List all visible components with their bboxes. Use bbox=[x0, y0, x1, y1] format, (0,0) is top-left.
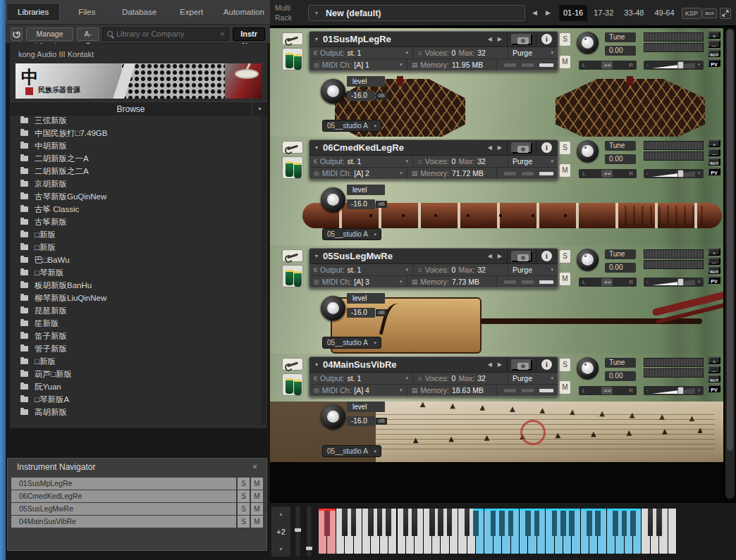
performance-view-button[interactable]: PV bbox=[708, 385, 720, 392]
remove-slot-button[interactable]: × bbox=[708, 139, 720, 147]
midi-channel-select[interactable]: ◎ MIDI Ch: [A] 2 ▾ bbox=[309, 168, 407, 179]
solo-button[interactable]: S bbox=[559, 249, 571, 263]
black-key[interactable] bbox=[368, 509, 374, 536]
tab-database[interactable]: Database bbox=[113, 0, 165, 24]
pan-handle[interactable]: ⊿⊿ bbox=[601, 278, 613, 286]
tune-knob[interactable] bbox=[577, 357, 599, 379]
instrument-icon-button[interactable] bbox=[282, 265, 303, 287]
black-key[interactable] bbox=[499, 509, 505, 536]
chevron-down-icon[interactable]: ▾ bbox=[315, 253, 318, 259]
prev-instrument-icon[interactable]: ◀ bbox=[488, 361, 492, 368]
library-folder[interactable]: 笙新版 bbox=[10, 317, 259, 330]
library-folder[interactable]: 高胡新版 bbox=[10, 406, 259, 418]
mic-position-select[interactable]: 05__studio A ▾ bbox=[322, 337, 381, 349]
tune-value[interactable]: 0.00 bbox=[605, 46, 636, 56]
performance-view-button[interactable]: PV bbox=[708, 168, 720, 175]
remove-slot-button[interactable]: × bbox=[708, 31, 720, 39]
library-folder[interactable]: □新版 bbox=[10, 241, 259, 254]
rack-page-17-32[interactable]: 17-32 bbox=[589, 5, 618, 21]
preset-selector[interactable]: ▾ New (default) bbox=[308, 5, 525, 21]
max-value[interactable]: 32 bbox=[477, 374, 486, 382]
pitch-wheel-handle[interactable] bbox=[295, 528, 301, 532]
transpose-down-icon[interactable]: ▼ bbox=[278, 547, 283, 552]
search-input[interactable] bbox=[116, 30, 216, 38]
navigator-row[interactable]: 04MainSusVibReSM bbox=[11, 516, 263, 528]
black-key[interactable] bbox=[595, 509, 601, 536]
library-folder[interactable]: 柳琴新版LiuQinNew bbox=[10, 292, 259, 304]
instrument-name[interactable]: 06CmedKedLegRe bbox=[323, 142, 485, 153]
next-instrument-icon[interactable]: ▶ bbox=[498, 144, 502, 151]
black-key[interactable] bbox=[342, 509, 348, 536]
black-key[interactable] bbox=[377, 509, 383, 536]
edit-wrench-button[interactable] bbox=[282, 32, 303, 45]
snapshot-camera-button[interactable] bbox=[511, 142, 532, 154]
aux-sends-button[interactable]: aux bbox=[708, 375, 720, 382]
navigator-row[interactable]: 05SusLegMwReSM bbox=[11, 503, 263, 515]
info-icon[interactable]: i bbox=[541, 34, 552, 44]
manage-libraries-button[interactable]: Manage Libraries bbox=[26, 27, 74, 41]
volume-slider[interactable]: - + bbox=[644, 169, 704, 178]
black-key[interactable] bbox=[473, 509, 479, 536]
rack-scrollbar[interactable] bbox=[725, 28, 735, 499]
library-folder[interactable]: □琴新版 bbox=[10, 266, 259, 279]
library-folder[interactable]: 三弦新版 bbox=[10, 114, 259, 127]
black-key[interactable] bbox=[438, 509, 443, 536]
mute-button[interactable]: M bbox=[251, 478, 263, 490]
tune-knob[interactable] bbox=[577, 140, 599, 162]
black-key[interactable] bbox=[525, 509, 531, 536]
info-icon[interactable]: i bbox=[541, 251, 552, 261]
level-value[interactable]: -16.0 bbox=[347, 308, 375, 318]
instrument-name[interactable]: 04MainSusVibRe bbox=[323, 359, 485, 370]
volume-handle[interactable] bbox=[677, 387, 684, 394]
volume-slider[interactable]: - + bbox=[644, 278, 704, 287]
black-key[interactable] bbox=[447, 509, 453, 536]
info-icon[interactable]: i bbox=[541, 359, 552, 370]
library-folder[interactable]: 京胡新版 bbox=[10, 178, 259, 190]
black-key[interactable] bbox=[386, 509, 391, 536]
preset-prev-icon[interactable]: ◀ bbox=[532, 9, 537, 16]
library-folder[interactable]: 古筝新版 bbox=[10, 216, 259, 228]
library-folder[interactable]: 板胡新版BanHu bbox=[10, 279, 259, 292]
navigator-instrument-name[interactable]: 01SusMpLegRe bbox=[11, 478, 236, 490]
library-folder[interactable]: 古琴新版GuQinNew bbox=[10, 190, 259, 203]
transpose-up-icon[interactable]: ▲ bbox=[278, 511, 283, 516]
library-folder[interactable]: □新版 bbox=[10, 228, 259, 241]
mute-button[interactable]: M bbox=[559, 380, 571, 394]
mic-position-select[interactable]: 05__studio A ▾ bbox=[322, 445, 381, 457]
edit-wrench-button[interactable] bbox=[282, 358, 303, 371]
pan-handle[interactable]: ⊿⊿ bbox=[601, 61, 613, 69]
volume-slider[interactable]: - + bbox=[644, 61, 704, 70]
library-folder[interactable]: 巴□BaWu bbox=[10, 254, 259, 266]
max-value[interactable]: 32 bbox=[477, 157, 486, 166]
black-key[interactable] bbox=[465, 509, 470, 536]
mute-button[interactable]: M bbox=[251, 516, 263, 528]
midi-channel-select[interactable]: ◎ MIDI Ch: [A] 3 ▾ bbox=[309, 276, 407, 287]
minimize-slot-button[interactable]: — bbox=[708, 40, 720, 48]
level-knob[interactable] bbox=[321, 296, 345, 321]
mute-button[interactable]: M bbox=[251, 490, 263, 502]
level-value[interactable]: -16.0 bbox=[347, 91, 375, 101]
library-folder[interactable]: 中胡新版 bbox=[10, 139, 259, 152]
mic-position-select[interactable]: 05__studio A ▾ bbox=[322, 228, 381, 240]
black-key[interactable] bbox=[429, 509, 435, 536]
mute-button[interactable]: M bbox=[559, 272, 571, 286]
purge-menu[interactable]: Purge ▾ bbox=[508, 47, 558, 58]
prev-instrument-icon[interactable]: ◀ bbox=[488, 253, 492, 259]
navigator-row[interactable]: 01SusMpLegReSM bbox=[11, 478, 263, 490]
level-value[interactable]: -16.0 bbox=[347, 199, 375, 209]
minimize-slot-button[interactable]: — bbox=[708, 366, 720, 373]
output-select[interactable]: € Output: st. 1 ▾ bbox=[309, 264, 413, 275]
pan-handle[interactable]: ⊿⊿ bbox=[601, 170, 613, 178]
aux-button[interactable]: aux bbox=[702, 8, 717, 18]
black-key[interactable] bbox=[403, 509, 409, 536]
level-knob[interactable] bbox=[321, 79, 345, 104]
tab-libraries[interactable]: Libraries bbox=[6, 3, 60, 21]
tab-automation[interactable]: Automation bbox=[218, 0, 270, 24]
pan-slider[interactable]: L ⊿⊿ R bbox=[579, 61, 637, 70]
transpose-control[interactable]: ▲ +2 ▼ bbox=[271, 506, 290, 556]
search-clear-icon[interactable]: × bbox=[220, 30, 224, 38]
pan-slider[interactable]: L ⊿⊿ R bbox=[579, 278, 637, 287]
black-key[interactable] bbox=[613, 509, 618, 536]
volume-handle[interactable] bbox=[677, 61, 684, 69]
level-knob[interactable] bbox=[321, 404, 345, 429]
